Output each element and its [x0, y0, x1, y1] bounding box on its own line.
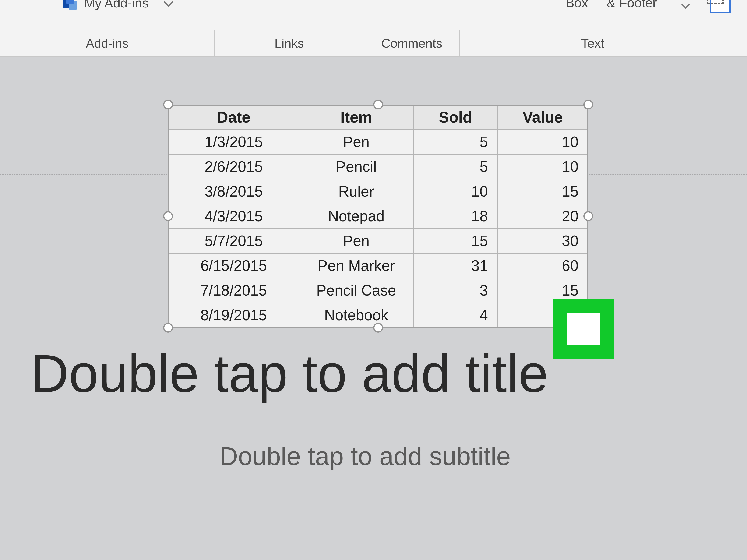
resize-handle[interactable] — [373, 323, 383, 333]
ribbon-group-label: Links — [275, 36, 304, 50]
chevron-down-icon[interactable] — [681, 0, 690, 9]
text-box-label: Box — [566, 0, 588, 10]
ribbon-group-text: Text — [460, 30, 726, 56]
resize-handle[interactable] — [163, 211, 173, 221]
ribbon-group-label: Comments — [381, 36, 442, 50]
header-footer-button[interactable]: & Footer — [607, 0, 657, 10]
ribbon-group-comments: Comments — [364, 30, 460, 56]
my-addins-label: My Add-ins — [84, 0, 149, 10]
title-placeholder[interactable]: Double tap to add title — [30, 343, 745, 404]
ribbon-group-label: Add-ins — [86, 36, 128, 50]
ruler-guide — [0, 431, 747, 431]
text-box-button[interactable]: Box — [566, 0, 588, 10]
subtitle-placeholder[interactable]: Double tap to add subtitle — [220, 441, 511, 471]
ribbon: My Add-ins Box & Footer Add-ins Links Co… — [0, 0, 747, 57]
resize-handle[interactable] — [373, 100, 383, 109]
header-footer-label: & Footer — [607, 0, 657, 10]
resize-handle[interactable] — [163, 323, 173, 333]
ribbon-group-label: Text — [581, 36, 604, 50]
table-object[interactable]: Date Item Sold Value 1/3/2015Pen5102/6/2… — [168, 105, 588, 328]
addins-icon — [61, 0, 77, 10]
chevron-down-icon[interactable] — [164, 0, 174, 7]
ribbon-group-links: Links — [215, 30, 364, 56]
ribbon-group-tail — [726, 30, 747, 56]
resize-handle[interactable] — [163, 100, 173, 109]
my-addins-button[interactable]: My Add-ins — [0, 0, 172, 10]
ribbon-group-addins: Add-ins — [0, 30, 215, 56]
selection-border — [168, 105, 588, 328]
highlight-callout — [553, 299, 614, 359]
resize-handle[interactable] — [583, 100, 593, 109]
fit-slide-icon[interactable] — [707, 0, 731, 11]
resize-handle[interactable] — [583, 211, 593, 221]
